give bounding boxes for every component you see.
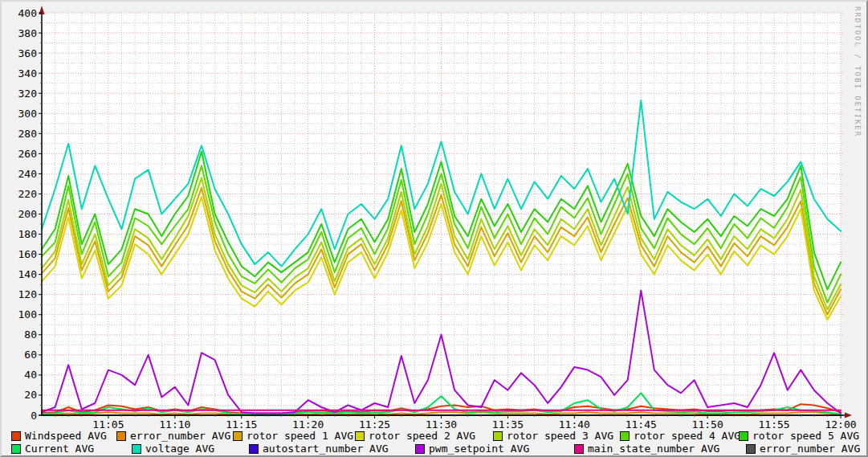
legend-label-pwm-setpoint: pwm_setpoint AVG — [429, 443, 529, 455]
x-tick-label: 11:45 — [626, 418, 657, 430]
x-tick-label: 12:00 — [825, 418, 856, 430]
legend-swatch-error-number-1 — [116, 431, 126, 441]
x-tick-label: 11:50 — [692, 418, 723, 430]
y-tick-label: 140 — [18, 268, 37, 280]
x-tick-label: 11:55 — [759, 418, 790, 430]
y-tick-label: 280 — [18, 128, 37, 140]
legend-swatch-autostart-number — [249, 444, 259, 454]
x-tick-label: 11:05 — [92, 418, 124, 430]
rrdtool-graph: 0204060801001201401601802002202402602803… — [0, 0, 868, 457]
y-tick-label: 300 — [18, 108, 37, 120]
y-tick-label: 200 — [18, 208, 37, 220]
chart-plot: 0204060801001201401601802002202402602803… — [2, 2, 868, 457]
legend-swatch-current — [11, 444, 21, 454]
y-tick-labels: 0204060801001201401601802002202402602803… — [18, 7, 37, 422]
legend-swatch-rotor-speed-4 — [620, 431, 630, 441]
legend-swatch-rotor-speed-3 — [493, 431, 503, 441]
legend-label-rotor-speed-4: rotor speed 4 AVG — [634, 430, 740, 442]
y-tick-label: 240 — [18, 168, 37, 180]
y-tick-label: 400 — [18, 7, 37, 19]
y-tick-label: 0 — [31, 410, 37, 422]
y-tick-label: 360 — [18, 47, 37, 59]
legend-label-main-state-number: main_state_number AVG — [588, 443, 719, 455]
legend-swatch-rotor-speed-1 — [233, 431, 242, 441]
x-tick-labels: 11:0511:1011:1511:2011:2511:3011:3511:40… — [92, 418, 856, 430]
x-tick-label: 11:30 — [426, 418, 457, 430]
x-tick-label: 11:25 — [359, 418, 390, 430]
y-tick-label: 220 — [18, 188, 37, 200]
legend-label-error-number-2: error_number AVG — [760, 443, 860, 455]
y-tick-label: 260 — [18, 148, 37, 160]
y-tick-label: 160 — [18, 248, 37, 260]
y-tick-label: 80 — [24, 328, 37, 341]
legend-label-rotor-speed-3: rotor speed 3 AVG — [507, 430, 613, 442]
x-tick-label: 11:40 — [559, 418, 590, 430]
legend-swatch-main-state-number — [574, 444, 584, 454]
legend-swatch-error-number-2 — [746, 444, 756, 454]
y-tick-label: 20 — [24, 389, 37, 401]
legend-swatch-rotor-speed-2 — [355, 431, 365, 441]
y-tick-label: 40 — [24, 369, 37, 381]
legend-label-rotor-speed-1: rotor speed 1 AVG — [247, 430, 353, 442]
y-tick-label: 60 — [24, 349, 37, 361]
y-tick-label: 120 — [18, 288, 37, 300]
y-tick-label: 380 — [18, 27, 37, 39]
legend-label-rotor-speed-2: rotor speed 2 AVG — [369, 430, 475, 442]
legend-label-voltage: voltage AVG — [145, 443, 214, 455]
legend-label-error-number-1: error_number AVG — [130, 430, 230, 442]
x-tick-label: 11:35 — [492, 418, 524, 430]
legend-label-autostart-number: autostart_number AVG — [263, 443, 389, 455]
chart-legend: Windspeed AVGerror_number AVGrotor speed… — [2, 430, 868, 457]
y-tick-label: 100 — [18, 308, 37, 320]
legend-label-windspeed: Windspeed AVG — [25, 430, 107, 442]
y-tick-label: 320 — [18, 88, 37, 100]
x-tick-label: 11:10 — [159, 418, 190, 430]
legend-swatch-pwm-setpoint — [415, 444, 425, 454]
x-tick-label: 11:20 — [292, 418, 324, 430]
legend-label-current: Current AVG — [25, 443, 94, 455]
rrdtool-watermark: RRDTOOL / TOBI OETIKER — [854, 6, 862, 137]
legend-swatch-voltage — [132, 444, 141, 454]
legend-label-rotor-speed-5: rotor speed 5 AVG — [752, 430, 859, 442]
x-axis-arrow — [845, 413, 852, 418]
y-tick-label: 180 — [18, 228, 37, 240]
x-tick-label: 11:15 — [226, 418, 257, 430]
legend-swatch-rotor-speed-5 — [739, 431, 748, 441]
y-tick-label: 340 — [18, 67, 37, 80]
legend-swatch-windspeed — [11, 431, 21, 441]
